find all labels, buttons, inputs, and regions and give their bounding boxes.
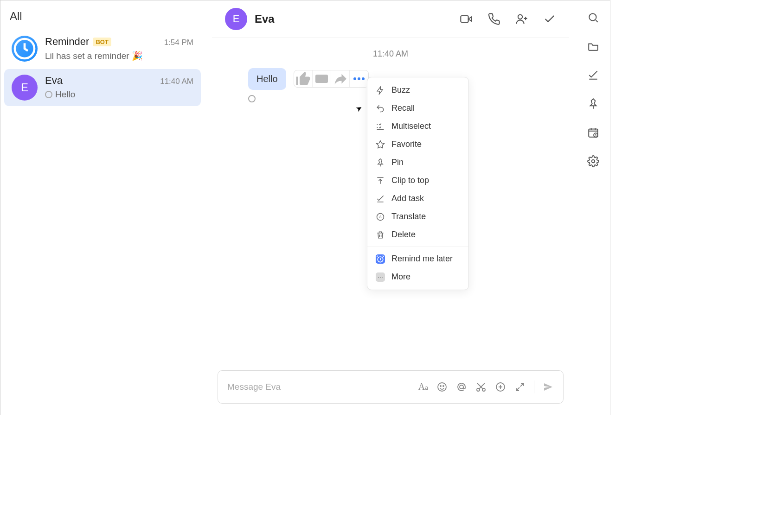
- chat-preview: Hello: [55, 89, 75, 100]
- svg-rect-1: [461, 16, 468, 22]
- chat-header-name[interactable]: Eva: [255, 13, 275, 25]
- add-user-icon[interactable]: [515, 13, 528, 25]
- expand-icon[interactable]: [514, 381, 526, 393]
- message-actions-bar: [294, 70, 369, 88]
- translate-icon: A: [376, 212, 385, 222]
- trash-icon: [376, 230, 385, 240]
- undo-icon: [376, 104, 385, 113]
- more-badge-icon: ···: [376, 272, 385, 282]
- emoji-icon[interactable]: [436, 381, 448, 393]
- svg-point-10: [438, 383, 446, 391]
- menu-clip-to-top[interactable]: Clip to top: [367, 171, 468, 190]
- task-icon: [376, 194, 385, 203]
- chat-list-item[interactable]: Reminder BOT 1:54 PM Lil has set a remin…: [4, 30, 201, 67]
- font-icon[interactable]: Aa: [418, 381, 428, 393]
- menu-more[interactable]: ··· More: [367, 268, 468, 286]
- svg-point-4: [353, 77, 356, 80]
- avatar[interactable]: E: [225, 8, 247, 30]
- checklist-icon: [376, 122, 385, 131]
- svg-rect-3: [315, 75, 328, 83]
- pin-icon: [376, 158, 385, 167]
- thumbs-up-icon[interactable]: [294, 70, 313, 87]
- svg-point-5: [358, 77, 360, 80]
- timestamp: 11:40 AM: [218, 49, 564, 59]
- avatar[interactable]: L: [218, 68, 241, 91]
- chat-header: E Eva: [212, 0, 569, 38]
- search-icon[interactable]: [587, 12, 599, 24]
- bot-badge: BOT: [93, 38, 111, 46]
- send-icon[interactable]: [543, 381, 554, 393]
- menu-favorite[interactable]: Favorite: [367, 135, 468, 153]
- reminder-badge-icon: [376, 254, 385, 264]
- message-composer: Aa: [218, 370, 564, 404]
- checkmark-icon[interactable]: [543, 13, 556, 25]
- svg-point-6: [362, 77, 365, 80]
- svg-point-12: [443, 386, 444, 386]
- chat-preview: Lil has set a reminder 🎉: [45, 51, 193, 61]
- star-icon: [376, 140, 385, 149]
- svg-point-13: [460, 385, 463, 389]
- chat-list-item[interactable]: E Eva 11:40 AM Hello: [4, 69, 201, 106]
- filter-all[interactable]: All: [0, 4, 205, 28]
- task-icon[interactable]: [587, 69, 599, 81]
- calendar-icon[interactable]: [587, 127, 599, 139]
- clock-icon: [12, 36, 38, 62]
- menu-translate[interactable]: A Translate: [367, 208, 468, 226]
- messages-area: 11:40 AM L Hello ➤ Buzz Recall: [205, 38, 577, 370]
- chat-list-sidebar: All Reminder BOT 1:54 PM Lil has set a r…: [0, 0, 205, 415]
- svg-point-2: [518, 15, 522, 19]
- settings-icon[interactable]: [587, 155, 599, 167]
- menu-pin[interactable]: Pin: [367, 153, 468, 171]
- chat-time: 11:40 AM: [160, 77, 193, 86]
- more-icon[interactable]: [350, 70, 368, 87]
- forward-icon[interactable]: [331, 70, 350, 87]
- plus-circle-icon[interactable]: [495, 381, 506, 393]
- arrow-top-icon: [376, 176, 385, 185]
- video-call-icon[interactable]: [460, 13, 473, 25]
- menu-remind-later[interactable]: Remind me later: [367, 250, 468, 268]
- chat-name: Eva: [45, 75, 63, 87]
- message-context-menu: Buzz Recall Multiselect Favorite Pin Cli…: [367, 77, 469, 290]
- folder-icon[interactable]: [587, 40, 599, 52]
- bolt-icon: [376, 86, 385, 95]
- svg-point-20: [592, 160, 595, 163]
- chat-time: 1:54 PM: [164, 38, 193, 47]
- message-input[interactable]: [227, 382, 410, 392]
- pin-icon[interactable]: [587, 98, 599, 110]
- mention-icon[interactable]: [456, 381, 467, 393]
- read-indicator-icon: [45, 91, 52, 98]
- svg-text:A: A: [379, 215, 382, 219]
- svg-point-11: [440, 386, 441, 386]
- menu-buzz[interactable]: Buzz: [367, 81, 468, 99]
- right-rail: [577, 0, 610, 415]
- menu-add-task[interactable]: Add task: [367, 190, 468, 208]
- voice-call-icon[interactable]: [487, 13, 500, 25]
- scissors-icon[interactable]: [475, 381, 487, 393]
- message-bubble[interactable]: Hello: [248, 68, 286, 90]
- menu-recall[interactable]: Recall: [367, 99, 468, 117]
- svg-point-17: [589, 13, 596, 20]
- avatar: E: [12, 75, 38, 101]
- menu-delete[interactable]: Delete: [367, 226, 468, 244]
- cursor-icon: ➤: [354, 103, 364, 114]
- read-indicator-icon: [248, 95, 256, 102]
- comment-icon[interactable]: [313, 70, 331, 87]
- menu-multiselect[interactable]: Multiselect: [367, 117, 468, 135]
- chat-main: E Eva 11:40 AM L Hello ➤ Buzz: [205, 0, 577, 415]
- chat-name: Reminder: [45, 36, 89, 48]
